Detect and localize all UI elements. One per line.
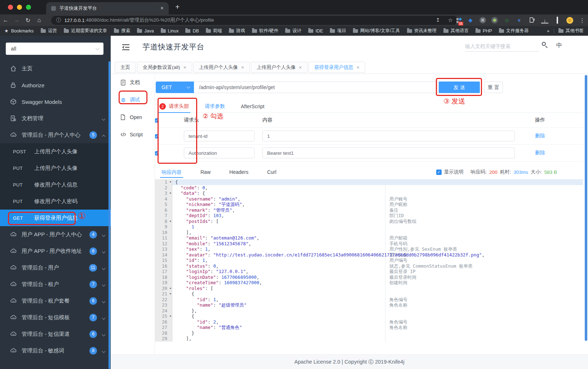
inner-nav-Open[interactable]: Open xyxy=(111,109,155,126)
bookmark-folder[interactable]: 搜索 xyxy=(114,28,130,34)
show-description-checkbox[interactable] xyxy=(436,170,442,175)
bookmark-folder[interactable]: 网站/博客/文章/工具 xyxy=(353,28,400,34)
bookmark-folder[interactable]: 游戏 xyxy=(229,28,245,34)
browser-menu-icon[interactable] xyxy=(579,17,586,24)
bookmark-folder[interactable]: 其他语言 xyxy=(443,28,469,34)
close-icon[interactable] xyxy=(299,65,302,70)
select-all-checkbox[interactable] xyxy=(155,118,158,123)
http-method-select[interactable]: GET xyxy=(156,82,194,93)
header-value-input[interactable] xyxy=(262,131,515,141)
sidebar-group[interactable]: 管理后台 - 敏感词8 xyxy=(0,342,111,359)
scroll-extension-icon[interactable] xyxy=(516,17,523,23)
sidebar-group[interactable]: 管理后台 - 租户套餐6 xyxy=(0,293,111,309)
sidebar-group[interactable]: 管理后台 - 用户11 xyxy=(0,259,111,276)
sidebar-group[interactable]: 用户 APP - 用户个人中心4 xyxy=(0,226,111,243)
close-icon[interactable] xyxy=(184,65,186,70)
header-value-input[interactable] xyxy=(262,148,515,158)
fold-icon[interactable]: ▾ xyxy=(170,291,172,297)
inner-nav-调试[interactable]: 调试 xyxy=(111,91,155,109)
request-tab[interactable]: 请求参数 xyxy=(205,100,225,113)
maximize-window-icon[interactable] xyxy=(26,5,31,10)
sidebar-item[interactable]: Swagger Models xyxy=(0,93,111,110)
bookmark-folder[interactable]: 项目 xyxy=(330,28,346,34)
doc-tab[interactable]: 上传用户个人头像 xyxy=(193,62,250,73)
kite-extension-icon[interactable] xyxy=(467,17,474,23)
sidebar-item[interactable]: Authorize xyxy=(0,77,111,93)
inner-nav-文档[interactable]: 文档 xyxy=(111,74,155,91)
bookmarks-overflow-icon[interactable]: » xyxy=(547,28,549,34)
reload-icon[interactable] xyxy=(22,17,34,24)
response-tab[interactable]: Headers xyxy=(229,166,248,178)
tab-manager-extension-icon[interactable]: 11 xyxy=(456,18,461,23)
site-info-icon[interactable] xyxy=(56,17,61,23)
downloads-icon[interactable] xyxy=(541,17,548,23)
sidebar-group[interactable]: 用户 APP - 用户收件地址6 xyxy=(0,243,111,259)
sidebar-group[interactable]: 管理后台 - 短信模板7 xyxy=(0,309,111,326)
fold-icon[interactable]: ▾ xyxy=(170,179,172,185)
minimize-window-icon[interactable] xyxy=(17,5,22,10)
inner-nav-Script[interactable]: Script xyxy=(111,126,155,143)
response-json-viewer[interactable]: 1▾{2 "code": 0,3▾ "data": {4 "username":… xyxy=(155,179,583,342)
bookmark-folder[interactable]: 前端 xyxy=(206,28,222,34)
delete-link[interactable]: 删除 xyxy=(526,133,583,139)
sidebar-endpoint[interactable]: POST上传用户个人头像 xyxy=(0,143,111,160)
share-icon[interactable] xyxy=(436,17,440,23)
row-checkbox[interactable] xyxy=(155,134,158,139)
fold-icon[interactable]: ▾ xyxy=(170,313,172,319)
search-icon[interactable] xyxy=(542,42,546,46)
address-bar[interactable]: 127.0.0.1 :48080/doc.html#/all/管理后台%20-%… xyxy=(51,16,458,25)
bookmark-folder[interactable]: IDE xyxy=(308,28,323,34)
sidebar-group[interactable]: 管理后台 - 短信渠道6 xyxy=(0,326,111,342)
fold-icon[interactable]: ▾ xyxy=(170,190,172,196)
fold-icon[interactable]: ▾ xyxy=(170,286,172,291)
sidebar-item[interactable]: 文档管理 xyxy=(0,110,111,127)
request-url-input[interactable] xyxy=(194,82,438,93)
browser-tab[interactable]: 芋道快速开发平台 xyxy=(46,2,169,14)
page-scrollbar[interactable] xyxy=(585,75,587,341)
response-tab[interactable]: Raw xyxy=(200,166,211,178)
sidebar-item[interactable]: 主页 xyxy=(0,60,111,77)
puzzle-extensions-icon[interactable] xyxy=(529,17,536,24)
response-tab[interactable]: Curl xyxy=(267,166,277,178)
close-window-icon[interactable] xyxy=(8,5,13,10)
forward-icon[interactable] xyxy=(11,17,22,23)
sidebar-endpoint[interactable]: PUT上传用户个人头像 xyxy=(0,160,111,176)
sidebar-item[interactable]: 管理后台 - 用户个人中心5 xyxy=(0,127,111,143)
sidepanel-icon[interactable] xyxy=(557,17,558,24)
doc-search-input[interactable]: 输入文档关键字搜索 xyxy=(465,41,539,52)
bookmark-folder[interactable]: PHP xyxy=(476,28,492,34)
doc-tab[interactable]: 上传用户个人头像 xyxy=(251,62,308,73)
send-button[interactable]: 发 送 xyxy=(439,82,480,93)
bookmarks-label[interactable]: Bookmarks xyxy=(11,28,34,34)
home-icon[interactable] xyxy=(34,17,45,23)
bookmark-folder[interactable]: 资讯未整理 xyxy=(407,28,437,34)
request-tab[interactable]: AfterScript xyxy=(241,100,264,113)
reset-button[interactable]: 重 置 xyxy=(484,82,503,93)
sidebar-endpoint[interactable]: PUT修改用户个人信息 xyxy=(0,176,111,193)
close-icon[interactable] xyxy=(357,65,359,70)
green-star-extension-icon[interactable] xyxy=(503,17,510,24)
sidebar-endpoint[interactable]: GET获得登录用户信息 xyxy=(0,210,111,226)
tab-close-icon[interactable] xyxy=(160,5,164,12)
bookmark-folder[interactable]: 软件/硬件 xyxy=(252,28,278,34)
bookmark-star-icon[interactable] xyxy=(448,17,453,23)
sidebar-scrollbar[interactable] xyxy=(109,61,110,369)
request-tab[interactable]: 2请求头部 xyxy=(159,100,189,113)
doc-tab[interactable]: 全局参数设置(all) xyxy=(137,62,192,73)
header-name-input[interactable] xyxy=(184,148,255,158)
bookmark-folder[interactable]: 设计 xyxy=(285,28,301,34)
other-bookmarks[interactable]: 其他书签 xyxy=(558,28,584,34)
bookmark-folder[interactable]: Java xyxy=(137,28,154,34)
api-group-select[interactable]: all xyxy=(6,43,103,55)
recorder-extension-icon[interactable] xyxy=(491,17,498,23)
sidebar-group[interactable]: 管理后台 - 租户7 xyxy=(0,276,111,293)
bookmark-folder[interactable]: 运营 xyxy=(41,28,57,34)
doc-tab[interactable]: 主页 xyxy=(115,62,136,73)
header-name-input[interactable] xyxy=(184,131,255,141)
menu-fold-icon[interactable] xyxy=(122,44,130,52)
row-checkbox[interactable] xyxy=(155,151,158,155)
bookmark-folder[interactable]: 近期需要读的文章 xyxy=(64,28,107,34)
bookmark-folder[interactable]: DB xyxy=(185,28,199,34)
command-extension-icon[interactable] xyxy=(479,17,486,23)
back-icon[interactable] xyxy=(0,17,11,23)
